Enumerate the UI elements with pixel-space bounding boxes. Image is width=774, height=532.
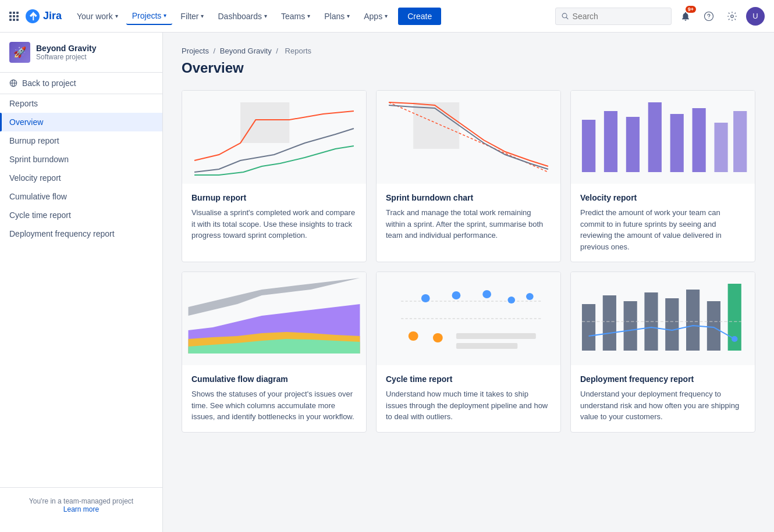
breadcrumb-beyond-gravity[interactable]: Beyond Gravity [220, 47, 272, 55]
sidebar-item-burnup[interactable]: Burnup report [0, 131, 162, 150]
cumulative-chart [182, 272, 366, 365]
help-button[interactable] [700, 7, 718, 26]
svg-rect-16 [670, 114, 684, 172]
sidebar-project: 🚀 Beyond Gravity Software project [0, 33, 162, 73]
project-name: Beyond Gravity [36, 44, 96, 53]
sidebar-item-reports[interactable]: Reports [0, 94, 162, 113]
chevron-down-icon: ▾ [201, 13, 204, 19]
svg-point-29 [507, 297, 515, 304]
svg-rect-13 [604, 111, 617, 172]
svg-rect-8 [240, 102, 289, 143]
burnup-title: Burnup report [191, 193, 357, 202]
svg-line-1 [566, 17, 568, 19]
deployment-title: Deployment frequency report [580, 374, 745, 384]
nav-apps[interactable]: Apps ▾ [358, 8, 393, 24]
main-content: Projects / Beyond Gravity / Reports Over… [163, 33, 774, 532]
sidebar-footer: You're in a team-managed project Learn m… [0, 487, 162, 523]
back-to-project[interactable]: Back to project [0, 73, 162, 94]
project-info: Beyond Gravity Software project [36, 44, 96, 61]
chevron-down-icon: ▾ [115, 13, 118, 19]
nav-items: Your work ▾ Projects ▾ Filter ▾ Dashboar… [71, 8, 393, 25]
cycle-time-chart [377, 272, 560, 365]
sidebar-item-cumulative[interactable]: Cumulative flow [0, 187, 162, 206]
breadcrumb-reports: Reports [285, 47, 312, 55]
sprint-burndown-chart [377, 91, 560, 184]
card-cumulative-flow[interactable]: Cumulative flow diagram Shows the status… [182, 272, 367, 433]
svg-rect-37 [624, 301, 637, 351]
cycle-time-desc: Understand how much time it takes to shi… [386, 388, 551, 423]
create-button[interactable]: Create [398, 8, 441, 25]
sidebar: 🚀 Beyond Gravity Software project Back t… [0, 33, 163, 532]
svg-rect-35 [582, 304, 595, 351]
svg-rect-19 [733, 111, 747, 172]
cycle-time-card-body: Cycle time report Understand how much ti… [377, 365, 560, 432]
svg-rect-12 [582, 120, 595, 172]
chevron-down-icon: ▾ [347, 13, 350, 19]
sidebar-item-label: Velocity report [9, 173, 61, 183]
nav-filter[interactable]: Filter ▾ [175, 8, 210, 24]
search-input[interactable] [573, 12, 665, 21]
sprint-burndown-title: Sprint burndown chart [386, 193, 551, 202]
cumulative-card-body: Cumulative flow diagram Shows the status… [182, 365, 366, 432]
sprint-burndown-desc: Track and manage the total work remainin… [386, 207, 551, 241]
notifications-button[interactable]: 9+ [676, 7, 695, 26]
sidebar-item-velocity[interactable]: Velocity report [0, 169, 162, 187]
footer-text: You're in a team-managed project [9, 497, 153, 505]
card-deployment[interactable]: Deployment frequency report Understand y… [570, 272, 755, 433]
learn-more-link[interactable]: Learn more [63, 505, 99, 513]
sidebar-item-sprint-burndown[interactable]: Sprint burndown [0, 150, 162, 169]
apps-grid-icon[interactable] [9, 12, 19, 21]
breadcrumb: Projects / Beyond Gravity / Reports [182, 47, 755, 55]
svg-rect-40 [686, 290, 700, 351]
project-type: Software project [36, 53, 96, 61]
nav-your-work[interactable]: Your work ▾ [71, 8, 124, 24]
card-burnup[interactable]: Burnup report Visualise a sprint's compl… [182, 90, 367, 262]
back-label: Back to project [22, 78, 76, 88]
svg-rect-41 [707, 301, 720, 351]
card-cycle-time[interactable]: Cycle time report Understand how much ti… [376, 272, 561, 433]
breadcrumb-projects[interactable]: Projects [182, 47, 209, 55]
chevron-down-icon: ▾ [164, 12, 166, 19]
card-sprint-burndown[interactable]: Sprint burndown chart Track and manage t… [376, 90, 561, 262]
page-title: Overview [182, 60, 755, 76]
globe-icon [9, 79, 17, 87]
avatar[interactable]: U [746, 7, 765, 26]
svg-point-31 [409, 331, 418, 341]
svg-point-28 [482, 290, 491, 298]
cumulative-desc: Shows the statuses of your project's iss… [191, 388, 357, 423]
deployment-chart [571, 272, 755, 365]
card-velocity[interactable]: Velocity report Predict the amount of wo… [570, 90, 755, 262]
search-icon [562, 12, 569, 20]
svg-rect-39 [665, 298, 679, 351]
velocity-chart [571, 91, 755, 184]
chevron-down-icon: ▾ [264, 13, 267, 19]
topnav: Jira Your work ▾ Projects ▾ Filter ▾ Das… [0, 0, 774, 33]
svg-rect-14 [626, 117, 640, 172]
svg-rect-33 [456, 333, 536, 339]
sidebar-item-label: Sprint burndown [9, 155, 69, 164]
svg-rect-36 [603, 295, 616, 351]
sidebar-item-label: Cumulative flow [9, 192, 67, 201]
nav-dashboards[interactable]: Dashboards ▾ [212, 8, 273, 24]
search-box[interactable] [555, 8, 672, 25]
settings-button[interactable] [723, 7, 741, 26]
svg-point-27 [452, 291, 461, 299]
svg-point-3 [708, 17, 709, 18]
nav-teams[interactable]: Teams ▾ [275, 8, 316, 24]
sidebar-item-label: Overview [9, 117, 43, 127]
burnup-chart [182, 91, 366, 184]
sidebar-item-overview[interactable]: Overview [0, 113, 162, 131]
cards-grid: Burnup report Visualise a sprint's compl… [182, 90, 755, 433]
jira-logo[interactable]: Jira [24, 8, 62, 24]
velocity-title: Velocity report [580, 193, 745, 202]
nav-projects[interactable]: Projects ▾ [126, 8, 173, 25]
nav-plans[interactable]: Plans ▾ [318, 8, 356, 24]
svg-rect-18 [714, 123, 727, 172]
sidebar-item-deployment[interactable]: Deployment frequency report [0, 224, 162, 243]
sidebar-item-label: Cycle time report [9, 210, 71, 220]
svg-point-4 [731, 15, 734, 17]
svg-point-30 [526, 293, 534, 300]
sprint-burndown-card-body: Sprint burndown chart Track and manage t… [377, 184, 560, 251]
sidebar-item-cycle-time[interactable]: Cycle time report [0, 206, 162, 224]
jira-logo-text: Jira [43, 10, 62, 22]
